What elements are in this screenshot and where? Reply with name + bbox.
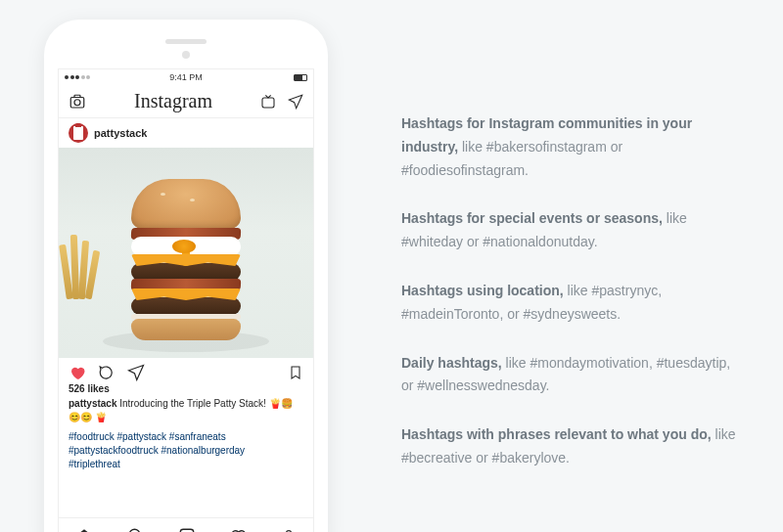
fries-decoration bbox=[63, 231, 98, 299]
svg-rect-2 bbox=[74, 95, 80, 97]
status-bar: 9:41 PM bbox=[59, 69, 313, 85]
igtv-icon[interactable] bbox=[260, 94, 276, 110]
avatar[interactable] bbox=[69, 123, 88, 143]
hashtag-line[interactable]: #foodtruck #pattystack #sanfraneats bbox=[69, 430, 303, 444]
tip-item: Hashtags using location, like #pastrynyc… bbox=[401, 280, 744, 327]
post-username[interactable]: pattystack bbox=[94, 127, 147, 139]
comment-icon[interactable] bbox=[98, 364, 115, 381]
camera-icon[interactable] bbox=[69, 93, 86, 111]
iphone-frame: 9:41 PM Instagram p bbox=[44, 20, 328, 532]
burger-illustration bbox=[127, 179, 245, 340]
tip-bold: Hashtags with phrases relevant to what y… bbox=[401, 426, 712, 442]
bookmark-icon[interactable] bbox=[288, 364, 303, 381]
instagram-logo: Instagram bbox=[134, 90, 212, 112]
svg-rect-0 bbox=[70, 97, 84, 108]
tip-bold: Hashtags for special events or seasons, bbox=[401, 210, 663, 226]
svg-point-1 bbox=[74, 99, 80, 105]
profile-icon[interactable] bbox=[281, 527, 297, 533]
phone-mockup-column: 9:41 PM Instagram p bbox=[0, 0, 372, 532]
share-icon[interactable] bbox=[127, 364, 145, 381]
tips-column: Hashtags for Instagram communities in yo… bbox=[372, 0, 783, 532]
tip-bold: Hashtags using location, bbox=[401, 283, 564, 298]
caption-text: Introducing the Triple Patty Stack! bbox=[116, 398, 268, 409]
tip-item: Hashtags for special events or seasons, … bbox=[401, 207, 744, 254]
hashtag-line[interactable]: #pattystackfoodtruck #nationalburgerday bbox=[69, 444, 303, 458]
tip-item: Hashtags with phrases relevant to what y… bbox=[401, 423, 744, 470]
search-icon[interactable] bbox=[127, 527, 145, 533]
likes-count[interactable]: 526 likes bbox=[59, 383, 313, 397]
home-icon[interactable] bbox=[75, 527, 93, 533]
hashtag-line[interactable]: #triplethreat bbox=[69, 458, 303, 471]
heart-icon[interactable] bbox=[69, 364, 86, 381]
post-hashtags[interactable]: #foodtruck #pattystack #sanfraneats #pat… bbox=[59, 426, 313, 471]
signal-dots-icon bbox=[65, 75, 90, 79]
tip-item: Daily hashtags, like #mondaymotivation, … bbox=[401, 352, 744, 399]
post-image[interactable] bbox=[59, 148, 313, 358]
svg-rect-3 bbox=[262, 98, 274, 108]
post-actions bbox=[59, 358, 313, 383]
tip-item: Hashtags for Instagram communities in yo… bbox=[401, 112, 744, 182]
bottom-tabbar bbox=[59, 517, 313, 532]
send-icon[interactable] bbox=[288, 94, 303, 110]
instagram-header: Instagram bbox=[59, 85, 313, 118]
battery-icon bbox=[294, 74, 307, 81]
add-post-icon[interactable] bbox=[178, 527, 196, 533]
caption-username[interactable]: pattystack bbox=[69, 398, 116, 409]
phone-screen: 9:41 PM Instagram p bbox=[58, 68, 314, 532]
post-header[interactable]: pattystack bbox=[59, 118, 313, 148]
activity-icon[interactable] bbox=[229, 527, 247, 533]
post-caption: pattystack Introducing the Triple Patty … bbox=[59, 397, 313, 426]
tip-bold: Daily hashtags, bbox=[401, 355, 502, 371]
status-time: 9:41 PM bbox=[169, 72, 203, 82]
